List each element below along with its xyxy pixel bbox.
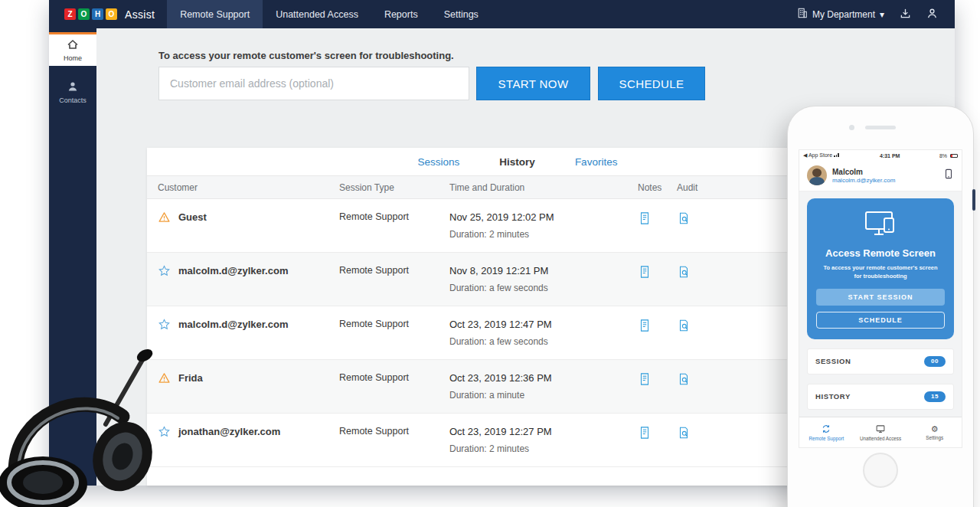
nav-unattended-access[interactable]: Unattended Access [263, 0, 371, 28]
nav-reports[interactable]: Reports [371, 0, 431, 28]
download-button[interactable] [900, 8, 911, 21]
session-duration: Duration: 2 minutes [449, 443, 638, 454]
table-row[interactable]: jonathan@zylker.com Remote Support Oct 2… [147, 414, 888, 467]
col-notes: Notes [638, 182, 677, 193]
nav-settings[interactable]: Settings [431, 0, 492, 28]
sidebar-item-contacts[interactable]: Contacts [49, 75, 96, 109]
zoho-logo-letter: O [78, 8, 90, 20]
session-counter[interactable]: SESSION 00 [807, 348, 954, 375]
chevron-down-icon: ▾ [880, 9, 884, 20]
session-tabs: Sessions History Favorites [147, 148, 888, 176]
warning-icon [158, 211, 171, 226]
customer-name: Guest [178, 211, 207, 223]
download-icon [900, 8, 911, 21]
table-row[interactable]: malcolm.d@zylker.com Remote Support Oct … [147, 306, 888, 360]
warning-icon [158, 371, 171, 387]
zoho-logo-letter: O [106, 8, 117, 20]
department-selector[interactable]: My Department ▾ [797, 8, 884, 21]
table-row[interactable]: malcolm.d@zylker.com Remote Support Nov … [147, 253, 888, 306]
notes-icon[interactable] [638, 211, 677, 241]
session-type: Remote Support [339, 211, 449, 241]
phone-tab-label: Settings [926, 435, 943, 440]
col-time-duration: Time and Duration [449, 182, 638, 193]
favorite-star-icon[interactable] [158, 425, 171, 440]
session-type: Remote Support [339, 265, 449, 295]
session-duration: Duration: a few seconds [449, 283, 638, 293]
phone-camera [849, 125, 854, 130]
product-name: Assist [125, 8, 155, 21]
notes-icon[interactable] [638, 319, 677, 348]
phone-statusbar: ◀ App Store 4:31 PM 8% [799, 150, 962, 161]
phone-tab-unattended-access[interactable]: Unattended Access [854, 417, 908, 447]
counter-badge: 00 [924, 356, 946, 367]
table-header: Customer Session Type Time and Duration … [147, 176, 888, 199]
phone-tab-remote-support[interactable]: Remote Support [799, 417, 854, 447]
back-to-app-store: ◀ App Store [803, 152, 832, 158]
favorite-star-icon[interactable] [158, 264, 171, 280]
monitor-icon [876, 424, 885, 434]
signal-icon [834, 153, 839, 157]
session-time: Nov 8, 2019 12:21 PM [449, 265, 638, 276]
zoho-assist-logo[interactable]: Z O H O Assist [49, 0, 167, 28]
phone-profile[interactable]: Malcolm malcolm.d@zylker.com [799, 161, 962, 191]
notes-icon[interactable] [638, 426, 677, 456]
battery-percent: 8% [939, 153, 947, 159]
phone-tab-settings[interactable]: ⚙ Settings [907, 417, 962, 447]
statusbar-time: 4:31 PM [880, 153, 900, 159]
schedule-button[interactable]: SCHEDULE [598, 67, 705, 100]
device-icon[interactable] [943, 168, 954, 182]
sidebar-item-home[interactable]: Home [49, 32, 96, 66]
card-subtitle: To access your remote customer's screen … [821, 263, 940, 281]
card-title: Access Remote Screen [816, 247, 945, 259]
counter-label: SESSION [815, 357, 851, 365]
phone-home-button[interactable] [863, 453, 898, 488]
notes-icon[interactable] [638, 372, 677, 402]
session-time: Nov 25, 2019 12:02 PM [449, 211, 638, 223]
start-session-button[interactable]: START SESSION [816, 289, 945, 306]
table-row[interactable]: Guest Remote Support Nov 25, 2019 12:02 … [147, 199, 888, 253]
avatar [807, 165, 827, 185]
session-type: Remote Support [339, 372, 449, 402]
customer-name: jonathan@zylker.com [178, 426, 280, 437]
sidebar-item-label: Home [64, 54, 82, 62]
tab-sessions[interactable]: Sessions [398, 148, 480, 175]
phone-side-button [972, 189, 975, 211]
tab-favorites[interactable]: Favorites [555, 148, 638, 175]
favorite-star-icon[interactable] [158, 318, 171, 333]
session-duration: Duration: a minute [449, 390, 638, 401]
table-row[interactable]: Frida Remote Support Oct 23, 2019 12:36 … [147, 360, 888, 414]
notes-icon[interactable] [638, 265, 677, 295]
phone-mockup: ◀ App Store 4:31 PM 8% Malcolm malcolm.d… [787, 106, 974, 507]
contacts-icon [67, 80, 79, 94]
session-type: Remote Support [339, 319, 449, 348]
history-counter[interactable]: HISTORY 15 [807, 384, 954, 410]
session-type: Remote Support [339, 426, 449, 456]
nav-remote-support[interactable]: Remote Support [167, 0, 263, 28]
user-icon [926, 8, 938, 21]
building-icon [797, 8, 808, 21]
col-session-type: Session Type [339, 182, 449, 193]
phone-tabbar: Remote Support Unattended Access ⚙ Setti… [799, 417, 962, 447]
counter-label: HISTORY [815, 392, 851, 401]
session-time: Oct 23, 2019 12:47 PM [449, 319, 638, 330]
phone-screen: ◀ App Store 4:31 PM 8% Malcolm malcolm.d… [799, 149, 962, 448]
phone-speaker [865, 126, 896, 129]
gear-icon: ⚙ [931, 425, 939, 433]
sidebar-item-label: Contacts [59, 96, 87, 104]
access-remote-screen-card: Access Remote Screen To access your remo… [807, 198, 954, 339]
statusbar-left: ◀ App Store [803, 152, 841, 159]
top-navbar: Z O H O Assist Remote Support Unattended… [49, 0, 955, 28]
account-button[interactable] [926, 8, 938, 21]
tab-history[interactable]: History [479, 148, 555, 175]
start-now-button[interactable]: START NOW [476, 67, 590, 100]
profile-email: malcolm.d@zylker.com [832, 177, 895, 184]
intro-text: To access your remote customer's screen … [158, 50, 454, 61]
counter-badge: 15 [924, 391, 946, 402]
phone-tab-label: Unattended Access [860, 436, 901, 441]
phone-schedule-button[interactable]: SCHEDULE [816, 312, 945, 329]
remote-screen-icon [863, 226, 898, 239]
customer-name: malcolm.d@zylker.com [178, 319, 288, 330]
profile-name: Malcolm [832, 168, 895, 176]
customer-email-input[interactable] [158, 67, 469, 100]
phone-tab-label: Remote Support [808, 436, 844, 441]
